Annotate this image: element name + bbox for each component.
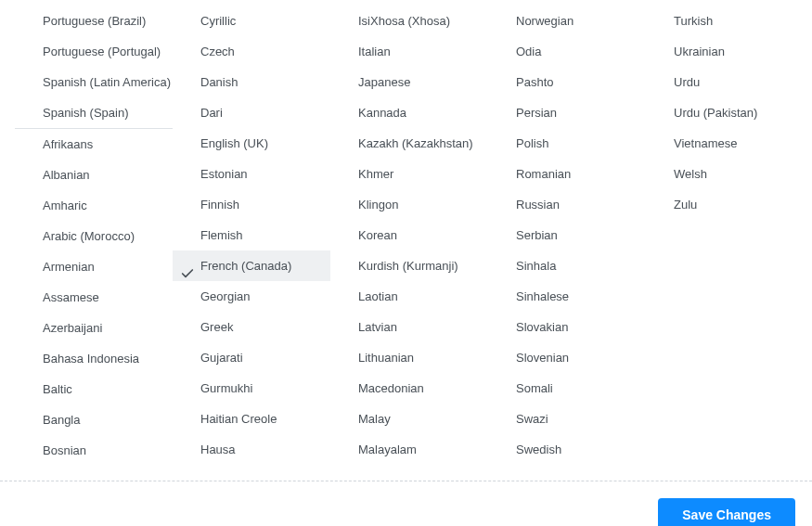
language-label: Zulu [674,198,697,212]
lang-sinhala[interactable]: Sinhala [488,250,646,281]
language-label: Russian [516,198,560,212]
lang-portuguese-portugal[interactable]: Portuguese (Portugal) [0,36,173,67]
lang-russian[interactable]: Russian [488,189,646,220]
language-label: Lithuanian [358,351,414,365]
language-label: Polish [516,136,548,150]
language-label: Hausa [200,443,236,456]
lang-danish[interactable]: Danish [173,67,330,97]
lang-dari[interactable]: Dari [173,97,330,128]
lang-polish[interactable]: Polish [488,128,646,159]
language-label: Serbian [516,228,558,242]
lang-ukrainian[interactable]: Ukrainian [646,36,804,67]
lang-italian[interactable]: Italian [330,36,488,67]
language-label: Georgian [200,289,250,303]
lang-flemish[interactable]: Flemish [173,220,330,250]
lang-japanese[interactable]: Japanese [330,67,488,97]
lang-hausa[interactable]: Hausa [173,434,330,465]
lang-kurdish-kurmanji[interactable]: Kurdish (Kurmanji) [330,250,488,281]
lang-malayalam[interactable]: Malayalam [330,434,488,465]
lang-urdu-pakistan[interactable]: Urdu (Pakistan) [646,97,804,128]
language-column: Portuguese (Brazil)Portuguese (Portugal)… [0,6,173,466]
lang-arabic-morocco[interactable]: Arabic (Morocco) [0,221,173,251]
lang-greek[interactable]: Greek [173,312,330,342]
lang-bangla[interactable]: Bangla [0,404,173,435]
lang-khmer[interactable]: Khmer [330,159,488,189]
lang-korean[interactable]: Korean [330,220,488,250]
save-changes-button[interactable]: Save Changes [658,498,795,526]
lang-klingon[interactable]: Klingon [330,189,488,220]
language-label: Finnish [200,198,239,212]
lang-turkish[interactable]: Turkish [646,6,804,36]
lang-assamese[interactable]: Assamese [0,282,173,313]
lang-malay[interactable]: Malay [330,404,488,434]
language-label: Klingon [358,198,398,212]
lang-serbian[interactable]: Serbian [488,220,646,250]
lang-kannada[interactable]: Kannada [330,97,488,128]
lang-kazakh[interactable]: Kazakh (Kazakhstan) [330,128,488,159]
lang-english-uk[interactable]: English (UK) [173,128,330,159]
lang-somali[interactable]: Somali [488,373,646,404]
language-label: Gurmukhi [200,381,252,395]
lang-armenian[interactable]: Armenian [0,251,173,282]
lang-portuguese-brazil[interactable]: Portuguese (Brazil) [0,6,173,36]
lang-norwegian[interactable]: Norwegian [488,6,646,36]
lang-amharic[interactable]: Amharic [0,190,173,221]
lang-lithuanian[interactable]: Lithuanian [330,342,488,373]
lang-finnish[interactable]: Finnish [173,189,330,220]
lang-spanish-latin-america[interactable]: Spanish (Latin America) [0,67,173,97]
lang-welsh[interactable]: Welsh [646,159,804,189]
lang-macedonian[interactable]: Macedonian [330,373,488,404]
lang-urdu[interactable]: Urdu [646,67,804,97]
language-column: NorwegianOdiaPashtoPersianPolishRomanian… [488,6,646,466]
lang-odia[interactable]: Odia [488,36,646,67]
lang-sinhalese[interactable]: Sinhalese [488,281,646,312]
language-label: Bahasa Indonesia [43,352,139,366]
language-label: Bosnian [43,443,86,457]
language-label: Dari [200,106,223,120]
lang-latvian[interactable]: Latvian [330,312,488,342]
lang-cyrillic[interactable]: Cyrillic [173,6,330,36]
language-label: Cyrillic [200,14,236,28]
language-label: Japanese [358,75,410,89]
lang-slovenian[interactable]: Slovenian [488,342,646,373]
footer: Save Changes [0,481,812,526]
language-label: Portuguese (Brazil) [43,14,146,28]
language-label: Bangla [43,413,80,427]
language-label: Sinhalese [516,289,569,303]
lang-bahasa-indonesia[interactable]: Bahasa Indonesia [0,343,173,374]
language-label: Kannada [358,106,406,120]
language-label: Amharic [43,199,87,212]
lang-persian[interactable]: Persian [488,97,646,128]
lang-gujarati[interactable]: Gujarati [173,342,330,373]
language-label: Assamese [43,290,99,304]
lang-gurmukhi[interactable]: Gurmukhi [173,373,330,404]
language-label: Azerbaijani [43,321,102,335]
lang-swedish[interactable]: Swedish [488,434,646,465]
lang-georgian[interactable]: Georgian [173,281,330,312]
lang-pashto[interactable]: Pashto [488,67,646,97]
lang-french-canada[interactable]: French (Canada) [173,250,330,281]
language-label: Baltic [43,382,72,396]
lang-bosnian[interactable]: Bosnian [0,435,173,466]
lang-estonian[interactable]: Estonian [173,159,330,189]
lang-albanian[interactable]: Albanian [0,160,173,190]
lang-zulu[interactable]: Zulu [646,189,804,220]
lang-azerbaijani[interactable]: Azerbaijani [0,313,173,343]
language-label: Macedonian [358,381,424,395]
language-label: Estonian [200,167,248,181]
lang-laotian[interactable]: Laotian [330,281,488,312]
language-label: Persian [516,106,557,120]
language-label: Portuguese (Portugal) [43,45,161,58]
lang-vietnamese[interactable]: Vietnamese [646,128,804,159]
lang-isixhosa[interactable]: IsiXhosa (Xhosa) [330,6,488,36]
lang-romanian[interactable]: Romanian [488,159,646,189]
lang-baltic[interactable]: Baltic [0,374,173,404]
lang-swazi[interactable]: Swazi [488,404,646,434]
lang-haitian-creole[interactable]: Haitian Creole [173,404,330,434]
lang-spanish-spain[interactable]: Spanish (Spain) [0,97,173,128]
language-label: Norwegian [516,14,574,28]
lang-afrikaans[interactable]: Afrikaans [0,129,173,160]
language-label: Romanian [516,167,571,181]
lang-slovakian[interactable]: Slovakian [488,312,646,342]
lang-czech[interactable]: Czech [173,36,330,67]
